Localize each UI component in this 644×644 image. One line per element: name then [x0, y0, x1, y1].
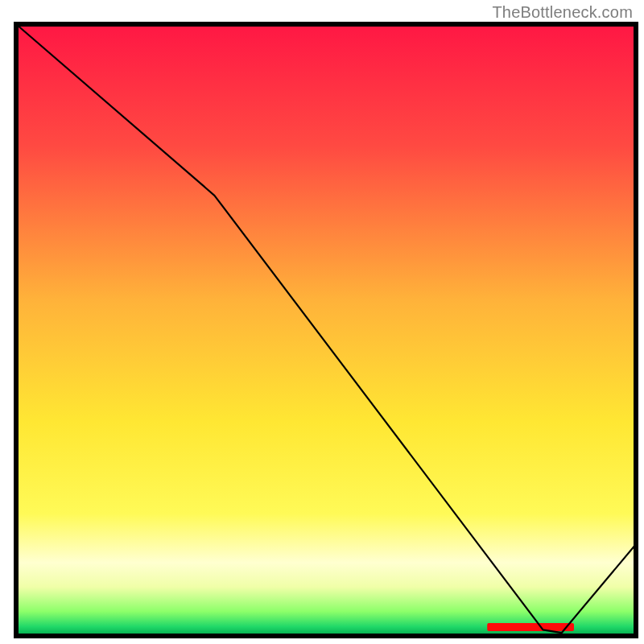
- bottleneck-chart: [0, 0, 644, 644]
- attribution-text: TheBottleneck.com: [492, 3, 633, 22]
- optimal-marker: [487, 623, 574, 631]
- chart-wrapper: TheBottleneck.com: [0, 0, 644, 644]
- chart-background: [16, 24, 636, 636]
